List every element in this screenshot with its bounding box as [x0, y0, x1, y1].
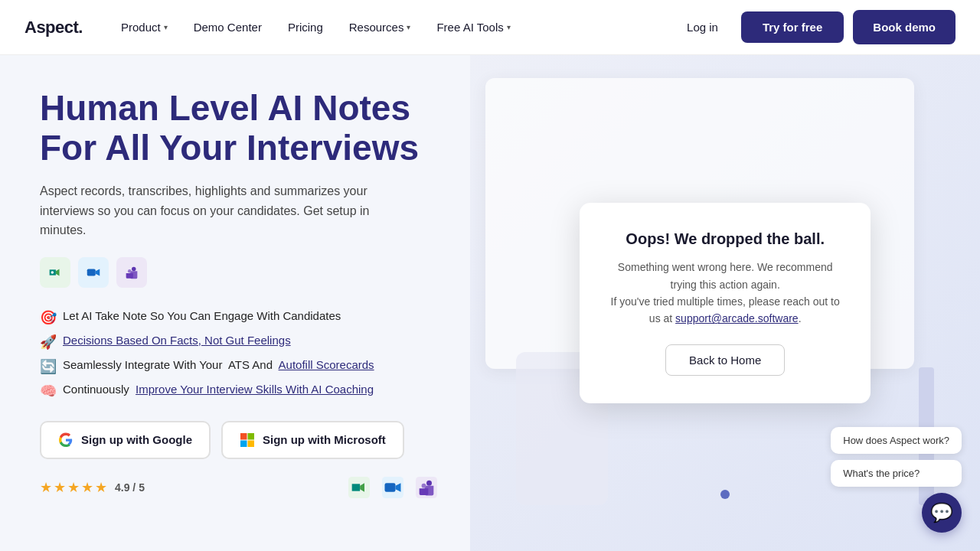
try-for-free-button[interactable]: Try for free: [741, 11, 844, 43]
nav-item-resources[interactable]: Resources ▾: [338, 15, 422, 40]
star-rating: ★★★★★: [40, 479, 109, 496]
chat-bubble-1: How does Aspect work?: [831, 427, 962, 454]
platform-zoom-icon: [380, 474, 406, 500]
svg-rect-11: [247, 440, 254, 447]
feature-item-1: 🎯 Let AI Take Note So You Can Engage Wit…: [40, 309, 439, 326]
platform-teams-icon: [413, 474, 439, 500]
microsoft-teams-icon: [116, 257, 147, 288]
chevron-down-icon: ▾: [407, 23, 410, 31]
main-content: Human Level AI Notes For All Your Interv…: [0, 55, 980, 551]
chat-bubble-2: What's the price?: [831, 460, 962, 487]
integration-icons: [40, 257, 439, 288]
nav-item-pricing[interactable]: Pricing: [277, 15, 334, 40]
hero-title: Human Level AI Notes For All Your Interv…: [40, 89, 439, 168]
hero-section: Human Level AI Notes For All Your Interv…: [0, 55, 470, 551]
signup-google-button[interactable]: Sign up with Google: [40, 421, 211, 459]
rocket-icon: 🚀: [40, 334, 57, 350]
svg-rect-14: [385, 483, 396, 492]
google-icon: [58, 432, 74, 448]
google-meet-icon: [40, 257, 70, 288]
progress-dot: [720, 490, 730, 499]
svg-rect-8: [240, 433, 247, 440]
hero-subtitle: Aspect records, transcribes, highlights …: [40, 181, 407, 240]
zoom-icon: [78, 257, 109, 288]
book-demo-button[interactable]: Book demo: [853, 10, 956, 44]
signup-buttons: Sign up with Google Sign up with Microso…: [40, 421, 439, 459]
decisions-link[interactable]: Decisions Based On Facts, Not Gut Feelin…: [63, 334, 291, 347]
svg-point-6: [128, 269, 132, 273]
brain-icon: 🧠: [40, 383, 57, 399]
rating-value: 4.9 / 5: [115, 481, 145, 494]
logo[interactable]: Aspect.: [24, 18, 83, 37]
svg-point-5: [132, 266, 136, 271]
features-list: 🎯 Let AI Take Note So You Can Engage Wit…: [40, 309, 439, 399]
chevron-down-icon: ▾: [507, 23, 511, 31]
feature-item-2: 🚀 Decisions Based On Facts, Not Gut Feel…: [40, 334, 439, 350]
target-icon: 🎯: [40, 309, 57, 326]
svg-point-1: [51, 271, 54, 274]
rating-row: ★★★★★ 4.9 / 5: [40, 474, 439, 500]
login-button[interactable]: Log in: [673, 13, 732, 41]
sync-icon: 🔄: [40, 358, 57, 375]
svg-rect-3: [87, 269, 96, 276]
chevron-down-icon: ▾: [164, 23, 168, 31]
coaching-link[interactable]: Improve Your Interview Skills With AI Co…: [136, 383, 374, 396]
platform-meet-icon: [346, 474, 372, 500]
feature-item-4: 🧠 Continuously Improve Your Interview Sk…: [40, 383, 439, 399]
error-title: Oops! We dropped the ball.: [610, 230, 840, 248]
back-to-home-button[interactable]: Back to Home: [665, 344, 785, 376]
svg-point-16: [426, 480, 432, 485]
chat-widget: How does Aspect work? What's the price? …: [831, 427, 962, 533]
microsoft-icon: [240, 432, 255, 448]
nav-item-product[interactable]: Product ▾: [110, 15, 178, 40]
chat-open-button[interactable]: 💬: [922, 493, 962, 533]
nav-links: Product ▾ Demo Center Pricing Resources …: [110, 15, 673, 40]
rating-platform-logos: [346, 474, 439, 500]
error-modal: Oops! We dropped the ball. Something wen…: [580, 203, 871, 403]
svg-point-17: [422, 484, 426, 488]
hero-right: Oops! We dropped the ball. Something wen…: [470, 55, 980, 551]
svg-rect-10: [240, 440, 247, 447]
autofill-link[interactable]: Autofill Scorecards: [279, 358, 374, 371]
nav-item-free-ai-tools[interactable]: Free AI Tools ▾: [426, 15, 521, 40]
error-body: Something went wrong here. We recommend …: [610, 259, 840, 328]
chat-icon: 💬: [930, 502, 953, 523]
feature-item-3: 🔄 Seamlessly Integrate With Your ATS And…: [40, 358, 439, 375]
signup-microsoft-button[interactable]: Sign up with Microsoft: [221, 421, 404, 459]
nav-item-demo-center[interactable]: Demo Center: [183, 15, 273, 40]
support-email-link[interactable]: support@arcade.software: [675, 312, 799, 324]
nav-actions: Log in Try for free Book demo: [673, 10, 956, 44]
navbar: Aspect. Product ▾ Demo Center Pricing Re…: [0, 0, 980, 55]
svg-rect-9: [247, 433, 254, 440]
